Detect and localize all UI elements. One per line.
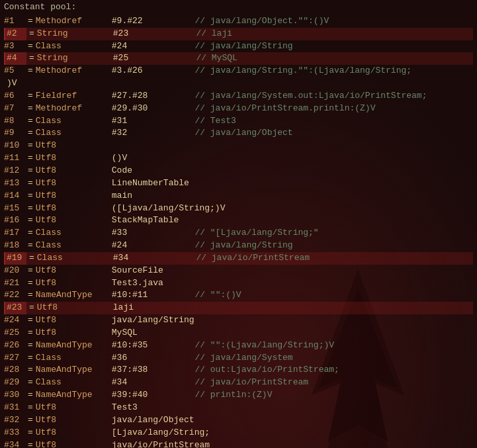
entry-ref: SourceFile (112, 265, 185, 277)
entry-eq: = (28, 190, 33, 202)
entry-number: #23 (5, 302, 26, 314)
entry-ref: java/lang/Object (112, 414, 195, 427)
entry-eq: = (28, 289, 33, 302)
entry-ref: #34 (113, 252, 186, 265)
entry-type: Fieldref (36, 90, 112, 103)
entry-type: Methodref (36, 15, 112, 28)
entry-ref: #27.#28 (112, 90, 185, 103)
table-row: #27 = Class #36 // java/lang/System (4, 352, 473, 365)
entry-eq: = (28, 177, 33, 190)
entry-ref: Test3.java (112, 277, 185, 290)
table-row: #30 = NameAndType #39:#40 // println:(Z)… (4, 389, 473, 402)
entry-eq: = (28, 364, 33, 377)
entry-type: String (37, 52, 113, 65)
entry-type: NameAndType (36, 364, 112, 377)
entry-comment: // Test3 (185, 115, 236, 128)
table-row: #20 = Utf8 SourceFile (4, 265, 473, 277)
entry-type: Methodref (36, 65, 112, 77)
entry-type: Class (36, 227, 112, 240)
entry-number: #32 (4, 414, 25, 427)
entry-eq: = (28, 227, 33, 240)
table-row: #1 = Methodref #9.#22 // java/lang/Objec… (4, 15, 473, 28)
entry-type: Utf8 (36, 439, 112, 448)
entry-number: #11 (4, 152, 25, 165)
entry-number: #2 (5, 28, 26, 40)
entry-number: #12 (4, 165, 25, 177)
entry-eq: = (28, 65, 33, 77)
entry-ref: #31 (112, 115, 185, 128)
entry-type: Class (36, 377, 112, 389)
entry-eq: = (28, 265, 33, 277)
table-row: #13 = Utf8 LineNumberTable (4, 177, 473, 190)
table-row: #23 = Utf8 laji (4, 302, 473, 314)
entry-comment: // java/io/PrintStream.println:(Z)V (185, 103, 376, 115)
entry-type: Utf8 (36, 414, 112, 427)
table-row: #28 = NameAndType #37:#38 // out:Ljava/i… (4, 364, 473, 377)
entry-type: Methodref (36, 103, 112, 115)
entry-number: #10 (4, 140, 25, 152)
entry-type: Class (36, 115, 112, 128)
entry-number: #27 (4, 352, 25, 365)
entry-type: Class (36, 127, 112, 140)
entry-ref: #23 (113, 28, 186, 40)
table-row: #22 = NameAndType #10:#11 // "":()V (4, 289, 473, 302)
entry-comment: // java/lang/Object (185, 127, 293, 140)
entry-type: Class (36, 40, 112, 53)
entry-eq: = (28, 90, 33, 103)
entry-comment: // "":()V (185, 289, 241, 302)
entry-type: NameAndType (36, 289, 112, 302)
entry-number: #16 (4, 214, 25, 227)
continuation-text: )V (4, 77, 17, 90)
entry-ref: #24 (112, 240, 185, 252)
table-row: #15 = Utf8 ([Ljava/lang/String;)V (4, 202, 473, 215)
entry-ref: #36 (112, 352, 185, 365)
entry-ref: java/lang/String (112, 314, 195, 327)
entry-eq: = (28, 402, 33, 414)
entry-number: #26 (4, 339, 25, 352)
table-row: #10 = Utf8 (4, 140, 473, 152)
entry-type: Class (36, 352, 112, 365)
entry-number: #29 (4, 377, 25, 389)
entry-ref: LineNumberTable (112, 177, 189, 190)
entry-ref: #10:#11 (112, 289, 185, 302)
entry-ref: #29.#30 (112, 103, 185, 115)
entry-ref: #9.#22 (112, 15, 185, 28)
entry-ref: main (112, 190, 185, 202)
entry-ref: #24 (112, 40, 185, 53)
entry-eq: = (28, 15, 33, 28)
entry-type: Utf8 (36, 202, 112, 215)
table-row: #33 = Utf8 [Ljava/lang/String; (4, 427, 473, 439)
entry-number: #14 (4, 190, 25, 202)
table-row: #5 = Methodref #3.#26 // java/lang/Strin… (4, 65, 473, 77)
entry-comment: // "":(Ljava/lang/String;)V (185, 339, 334, 352)
entry-ref: #25 (113, 52, 186, 65)
entry-eq: = (28, 214, 33, 227)
entry-type: Utf8 (36, 177, 112, 190)
entry-eq: = (28, 165, 33, 177)
entry-eq: = (29, 252, 34, 265)
entry-ref: Test3 (112, 402, 185, 414)
entry-ref: Code (112, 165, 185, 177)
entry-number: #6 (4, 90, 25, 103)
entry-number: #20 (4, 265, 25, 277)
table-row: #34 = Utf8 java/io/PrintStream (4, 439, 473, 448)
entry-comment: // java/lang/Object."":()V (185, 15, 329, 28)
entry-ref: #33 (112, 227, 185, 240)
entry-type: Utf8 (36, 165, 112, 177)
entry-number: #25 (4, 327, 25, 339)
table-row: #16 = Utf8 StackMapTable (4, 214, 473, 227)
entry-comment: // java/lang/System (185, 352, 293, 365)
table-row: )V (4, 77, 473, 90)
table-row: #18 = Class #24 // java/lang/String (4, 240, 473, 252)
content-area: Constant pool: #1 = Methodref #9.#22 // … (0, 0, 477, 448)
entry-comment: // "[Ljava/lang/String;" (185, 227, 319, 240)
entry-number: #3 (4, 40, 25, 53)
entry-ref: MySQL (112, 327, 185, 339)
entry-eq: = (29, 302, 34, 314)
entry-number: #1 (4, 15, 25, 28)
section-header: Constant pool: (4, 1, 473, 14)
entry-ref: java/io/PrintStream (112, 439, 210, 448)
entry-ref: StackMapTable (112, 214, 185, 227)
entry-eq: = (28, 103, 33, 115)
entry-type: Utf8 (36, 140, 112, 152)
